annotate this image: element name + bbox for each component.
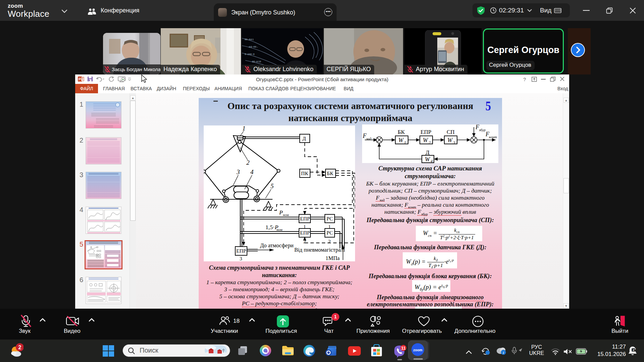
svg-text:W: W (447, 137, 453, 144)
svg-text:1: 1 (242, 125, 246, 132)
svg-text:11: 11 (401, 346, 405, 351)
svg-text:z: z (635, 348, 636, 350)
svg-text:3: 3 (453, 140, 455, 145)
svg-text:Від пневмомагістралі: Від пневмомагістралі (294, 247, 345, 253)
svg-text:⊘0−00→: ⊘0−00→ (249, 46, 258, 48)
svg-text:1МПа: 1МПа (326, 255, 340, 261)
svg-text:ЕПР: ЕПР (300, 216, 310, 221)
svg-text:конт: конт (489, 135, 497, 139)
svg-text:ЕПР: ЕПР (300, 230, 310, 236)
svg-text:3: 3 (236, 168, 240, 175)
svg-text:3: 3 (240, 256, 242, 261)
svg-text:00−⊘10: 00−⊘10 (252, 60, 261, 63)
svg-text:ном: ном (283, 213, 289, 217)
svg-text:2: 2 (429, 140, 431, 145)
svg-text:2: 2 (328, 239, 331, 244)
svg-text:До атмосфери: До атмосфери (260, 242, 294, 249)
svg-text:4: 4 (431, 159, 433, 163)
svg-text:1: 1 (303, 224, 306, 229)
svg-text:?: ? (523, 77, 526, 82)
svg-text:1: 1 (404, 140, 406, 145)
svg-text:5: 5 (270, 183, 274, 190)
svg-text:зад: зад (366, 137, 371, 141)
svg-text:4: 4 (250, 168, 254, 175)
svg-text:РС: РС (327, 230, 333, 236)
svg-text:збур: збур (479, 128, 486, 132)
svg-text:00→0⊘1: 00→0⊘1 (245, 38, 254, 41)
svg-text:P: P (79, 77, 81, 81)
svg-text:2: 2 (246, 159, 250, 166)
svg-text:БК: БК (327, 170, 334, 176)
svg-text:РС: РС (327, 216, 333, 221)
svg-text:W: W (398, 137, 404, 144)
svg-text:ЕПР: ЕПР (236, 248, 246, 254)
svg-text:z: z (633, 348, 635, 352)
svg-text:ном: ном (277, 227, 283, 231)
svg-text:БК: БК (398, 129, 405, 135)
svg-text:W: W (423, 137, 429, 144)
svg-text:1: 1 (328, 224, 331, 229)
svg-text:Д: Д (302, 136, 306, 141)
svg-text:СП: СП (447, 129, 455, 135)
svg-text:W: W (425, 156, 431, 163)
svg-text:2: 2 (303, 239, 306, 244)
svg-text:2: 2 (18, 345, 21, 350)
svg-text:P: P (279, 209, 283, 216)
svg-text:ПК: ПК (301, 170, 308, 176)
svg-text:0→100−0: 0→100−0 (245, 53, 254, 56)
svg-text:Д: Д (426, 149, 430, 156)
svg-text:ЕПР: ЕПР (420, 129, 431, 135)
